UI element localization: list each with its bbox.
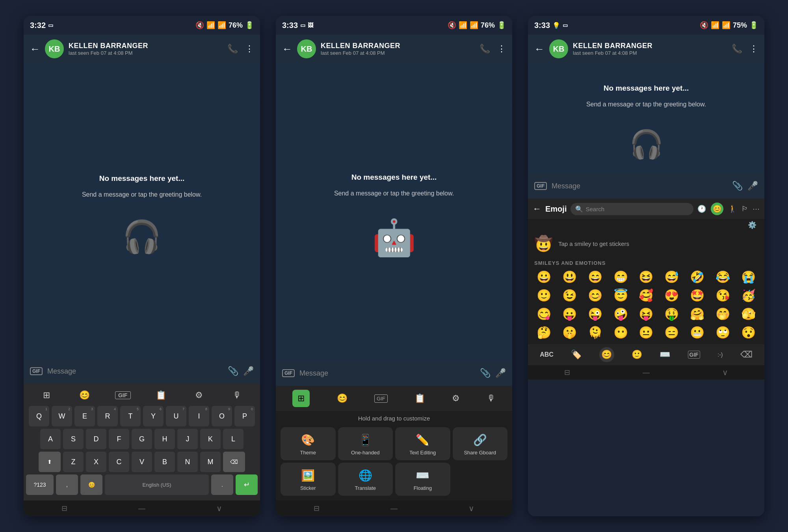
emoji-0[interactable]: 😀 bbox=[532, 268, 556, 285]
emoji-back-button[interactable]: ← bbox=[533, 204, 541, 214]
nav-down-2[interactable]: ∨ bbox=[468, 504, 474, 513]
emoji-34[interactable]: 🙄 bbox=[711, 324, 735, 341]
abc-bottom[interactable]: ABC bbox=[540, 351, 554, 358]
gif-badge-2[interactable]: GIF bbox=[282, 369, 295, 377]
key-y[interactable]: Y6 bbox=[143, 406, 164, 426]
menu-item-onehanded[interactable]: 📱 One-handed bbox=[338, 427, 393, 460]
key-h[interactable]: H bbox=[154, 429, 175, 449]
key-space[interactable]: English (US) bbox=[105, 474, 209, 495]
key-emoji-bottom[interactable]: 😊 bbox=[80, 474, 102, 495]
smiley-bottom[interactable]: 😊 bbox=[599, 347, 614, 362]
emoji-8[interactable]: 😭 bbox=[736, 268, 760, 285]
gif-badge-3[interactable]: GIF bbox=[534, 182, 547, 190]
key-num[interactable]: ?123 bbox=[26, 474, 54, 495]
emoji-6[interactable]: 🤣 bbox=[685, 268, 709, 285]
grid-active-2[interactable]: ⊞ bbox=[292, 390, 310, 407]
sticker-1[interactable]: 🎧 bbox=[122, 218, 162, 255]
emoji-21[interactable]: 🤪 bbox=[609, 305, 633, 322]
key-n[interactable]: N bbox=[177, 452, 198, 472]
emoji-25[interactable]: 🤭 bbox=[711, 305, 735, 322]
emoji-3[interactable]: 😁 bbox=[609, 268, 633, 285]
back-button-2[interactable]: ← bbox=[282, 43, 292, 55]
key-s[interactable]: S bbox=[63, 429, 84, 449]
emoji-15[interactable]: 🤩 bbox=[685, 287, 709, 304]
key-period[interactable]: . bbox=[211, 474, 233, 495]
emoji-13[interactable]: 🥰 bbox=[634, 287, 658, 304]
nav-down-3[interactable]: ∨ bbox=[722, 368, 728, 377]
key-f[interactable]: F bbox=[109, 429, 129, 449]
key-a[interactable]: A bbox=[40, 429, 61, 449]
emoji-26[interactable]: 🫣 bbox=[736, 305, 760, 322]
emoji-12[interactable]: 😇 bbox=[609, 287, 633, 304]
menu-item-translate[interactable]: 🌐 Translate bbox=[338, 463, 393, 496]
key-t[interactable]: T5 bbox=[120, 406, 141, 426]
emoji-31[interactable]: 😐 bbox=[634, 324, 658, 341]
key-u[interactable]: U7 bbox=[166, 406, 186, 426]
emoji-2[interactable]: 😄 bbox=[583, 268, 607, 285]
sticker-3[interactable]: 🎧 bbox=[629, 128, 663, 160]
gif-bottom[interactable]: GIF bbox=[688, 351, 700, 359]
clock-cat-icon[interactable]: 🕐 bbox=[697, 205, 706, 213]
key-p[interactable]: P0 bbox=[234, 406, 255, 426]
emoji-9[interactable]: 🙂 bbox=[532, 287, 556, 304]
back-button-3[interactable]: ← bbox=[534, 43, 545, 55]
key-j[interactable]: J bbox=[177, 429, 198, 449]
menu-item-theme[interactable]: 🎨 Theme bbox=[281, 427, 336, 460]
paperclip-icon-3[interactable]: 📎 bbox=[732, 181, 743, 191]
settings-icon[interactable]: ⚙️ bbox=[748, 221, 756, 229]
emoji-14[interactable]: 😍 bbox=[660, 287, 684, 304]
sticker-2[interactable]: 🤖 bbox=[372, 217, 416, 259]
keyboard-panel-1[interactable]: ⊞ 😊 GIF 📋 ⚙ 🎙 Q1 W2 E3 R4 T5 Y6 U7 I8 O9… bbox=[24, 384, 260, 500]
gif-menu-2[interactable]: GIF bbox=[374, 394, 388, 403]
emoji-1[interactable]: 😃 bbox=[558, 268, 582, 285]
key-b[interactable]: B bbox=[154, 452, 175, 472]
ellipsis-icon[interactable]: ⋯ bbox=[753, 205, 760, 213]
menu-item-floating[interactable]: ⌨️ Floating bbox=[395, 463, 450, 496]
key-z[interactable]: Z bbox=[63, 452, 84, 472]
emoji-28[interactable]: 🤫 bbox=[558, 324, 582, 341]
key-m[interactable]: M bbox=[200, 452, 221, 472]
key-backspace[interactable]: ⌫ bbox=[223, 452, 245, 472]
smiley-cat-icon[interactable]: 😊 bbox=[711, 203, 723, 215]
emoji-35[interactable]: 😯 bbox=[736, 324, 760, 341]
phone-icon-3[interactable]: 📞 bbox=[732, 44, 742, 54]
key-k[interactable]: K bbox=[200, 429, 221, 449]
gif-badge-1[interactable]: GIF bbox=[30, 367, 43, 375]
emoji-7[interactable]: 😂 bbox=[711, 268, 735, 285]
emoji-20[interactable]: 😜 bbox=[583, 305, 607, 322]
message-input-1[interactable]: Message bbox=[47, 367, 223, 376]
emoji-32[interactable]: 😑 bbox=[660, 324, 684, 341]
message-input-2[interactable]: Message bbox=[299, 369, 475, 378]
key-d[interactable]: D bbox=[86, 429, 106, 449]
emoji-10[interactable]: 😉 bbox=[558, 287, 582, 304]
menu-item-sticker[interactable]: 🖼️ Sticker bbox=[281, 463, 336, 496]
emoji-19[interactable]: 😛 bbox=[558, 305, 582, 322]
kb-dots-icon-1[interactable]: ⊟ bbox=[61, 504, 67, 513]
kb-menu-panel-2[interactable]: ⊞ 😊 GIF 📋 ⚙ 🎙 Hold and drag to customize… bbox=[276, 386, 512, 500]
gear-menu-2[interactable]: ⚙ bbox=[452, 393, 460, 404]
key-g[interactable]: G bbox=[132, 429, 152, 449]
more-icon-3[interactable]: ⋮ bbox=[749, 44, 758, 54]
emoji-23[interactable]: 🤑 bbox=[660, 305, 684, 322]
nav-down-1[interactable]: ∨ bbox=[216, 504, 222, 513]
clipboard-icon-1[interactable]: 📋 bbox=[153, 390, 169, 400]
emoji-icon-1[interactable]: 😊 bbox=[77, 390, 93, 400]
flag-cat-icon[interactable]: 🏳 bbox=[742, 205, 749, 213]
more-icon-2[interactable]: ⋮ bbox=[497, 44, 506, 54]
key-c[interactable]: C bbox=[109, 452, 129, 472]
key-v[interactable]: V bbox=[132, 452, 152, 472]
emoji-4[interactable]: 😆 bbox=[634, 268, 658, 285]
key-w[interactable]: W2 bbox=[52, 406, 72, 426]
paperclip-icon-2[interactable]: 📎 bbox=[480, 368, 491, 378]
paperclip-icon-1[interactable]: 📎 bbox=[228, 366, 238, 376]
nav-home-1[interactable]: — bbox=[138, 504, 145, 513]
grid-icon-1[interactable]: ⊞ bbox=[39, 390, 54, 400]
emoji-search-bar[interactable]: 🔍 Search bbox=[571, 203, 693, 215]
key-e[interactable]: E3 bbox=[74, 406, 95, 426]
emoji-24[interactable]: 🤗 bbox=[685, 305, 709, 322]
menu-item-sharegboard[interactable]: 🔗 Share Gboard bbox=[453, 427, 508, 460]
gear-icon-1[interactable]: ⚙ bbox=[191, 390, 207, 400]
back-button-1[interactable]: ← bbox=[30, 43, 40, 55]
person-cat-icon[interactable]: 🚶 bbox=[728, 205, 737, 213]
emoji-27[interactable]: 🤔 bbox=[532, 324, 556, 341]
